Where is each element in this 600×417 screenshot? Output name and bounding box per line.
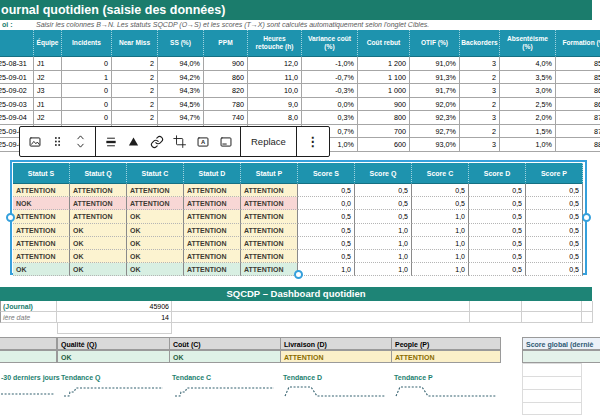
resize-handle-bottom[interactable] <box>294 270 303 279</box>
cell: ATTENTION <box>241 184 298 197</box>
cell: 2 <box>112 98 158 112</box>
sparkline-c <box>172 384 276 398</box>
cell: ATTENTION <box>184 237 241 250</box>
cell: 0,5 <box>526 250 583 263</box>
cell: 2,0% <box>500 111 556 125</box>
cell <box>0 30 34 57</box>
cell: 94,0% <box>158 57 204 71</box>
trend-label-q: Tendance Q <box>61 374 101 381</box>
score-global-header: Score global (derniè <box>522 337 600 350</box>
image-block-icon[interactable] <box>23 130 46 154</box>
table-row: ATTENTIONOKOKATTENTIONATTENTION0,51,01,0… <box>13 250 583 263</box>
cell: OTIF (%) <box>410 30 460 57</box>
cell: 2025-09-04 <box>0 111 34 125</box>
cell: 0,0 <box>298 197 355 210</box>
cell: ATTENTION <box>13 210 70 223</box>
cell: Score C <box>412 163 469 184</box>
duotone-filter-icon[interactable] <box>122 130 145 154</box>
dashboard-banner: SQCDP – Dashboard quotidien <box>0 287 592 301</box>
cell: 800 <box>358 111 410 125</box>
instruction-label: oi : <box>2 20 13 30</box>
cell: ATTENTION <box>127 197 184 210</box>
cell: 600 <box>358 138 410 152</box>
cell: 0 <box>62 57 112 71</box>
cell: ATTENTION <box>13 237 70 250</box>
cell: 0,5 <box>526 237 583 250</box>
cell: 0,3% <box>302 111 358 125</box>
cell: 1,0 <box>355 237 412 250</box>
crop-icon[interactable] <box>168 130 191 154</box>
move-up-down-icon[interactable] <box>69 130 92 154</box>
cell: Statut D <box>184 163 241 184</box>
info-row-journal: (Journal) 45906 <box>0 301 593 312</box>
cell: Statut P <box>241 163 298 184</box>
cell: 3 <box>460 138 500 152</box>
cell: 1,0 <box>355 250 412 263</box>
table-row: 2025-09-03J10294,5%7809,00,0%90092,0%22,… <box>0 98 600 112</box>
journal-title-bar: ournal quotidien (saisie des données) <box>0 0 592 20</box>
table-row: 2025-09-02J30294,3%82010,0-0,3%1 00091,7… <box>0 84 600 98</box>
empty-cell <box>582 301 593 312</box>
cell: 87,0 <box>556 111 600 125</box>
instruction-row: oi : Saisir les colonnes B→N. Les statut… <box>0 20 600 30</box>
cell: 1,0 <box>355 224 412 237</box>
svg-text:A: A <box>200 139 205 145</box>
cell: Statut C <box>127 163 184 184</box>
cell: ATTENTION <box>241 224 298 237</box>
cell: 0,5 <box>412 197 469 210</box>
cell: 820 <box>204 84 248 98</box>
info-label: (Journal) <box>0 301 57 312</box>
cell: 94,7% <box>158 111 204 125</box>
status-header-d: Livraison (D) <box>281 337 392 350</box>
cell: OK <box>13 263 70 276</box>
table-row: ATTENTIONOKOKATTENTIONATTENTION0,51,01,0… <box>13 224 583 237</box>
cell: OK <box>70 250 127 263</box>
cell: 1 <box>62 71 112 85</box>
cell: 0 <box>62 98 112 112</box>
cell: 1,0 <box>412 210 469 223</box>
cell: 0,5 <box>469 210 526 223</box>
empty-cell <box>172 312 470 323</box>
table-row: Statut SStatut QStatut CStatut DStatut P… <box>13 163 583 184</box>
status-header-p: People (P) <box>392 337 501 350</box>
cell: OK <box>127 263 184 276</box>
cell: Near Miss <box>112 30 158 57</box>
sqcdp-header-row: Qualité (Q) Coût (C) Livraison (D) Peopl… <box>0 337 501 350</box>
cell: 86,0 <box>556 84 600 98</box>
sparkline-journal <box>0 385 57 399</box>
drag-handle-icon[interactable] <box>46 130 69 154</box>
replace-button[interactable]: Replace <box>241 127 297 156</box>
cell: ATTENTION <box>184 224 241 237</box>
empty-cell <box>582 312 593 323</box>
text-overlay-icon[interactable]: A <box>191 130 214 154</box>
more-options-icon[interactable]: ⋮ <box>300 133 326 150</box>
align-icon[interactable] <box>99 130 122 154</box>
table-row: 2025-09-04J20294,7%7408,00,3%80092,3%32,… <box>0 111 600 125</box>
cell: ATTENTION <box>13 184 70 197</box>
cell: 1,0 <box>412 250 469 263</box>
cell: Équipe <box>34 30 62 57</box>
cell: Score S <box>298 163 355 184</box>
status-header-cut <box>0 337 57 350</box>
toolbar-group-block <box>20 127 96 156</box>
caption-box-icon[interactable] <box>214 130 237 154</box>
status-value-cut <box>0 350 57 363</box>
status-value-c: OK <box>170 350 281 363</box>
status-table-header: Statut SStatut QStatut CStatut DStatut P… <box>13 163 583 184</box>
cell: Coût rebut <box>358 30 410 57</box>
cell: 900 <box>204 57 248 71</box>
cell: OK <box>70 224 127 237</box>
status-score-table[interactable]: Statut SStatut QStatut CStatut DStatut P… <box>13 163 583 276</box>
cell: 92,3% <box>410 111 460 125</box>
cell: ATTENTION <box>127 184 184 197</box>
cell: Statut S <box>13 163 70 184</box>
cell: Backorders <box>460 30 500 57</box>
cell: ATTENTION <box>70 197 127 210</box>
cell: 85,0 <box>556 57 600 71</box>
table-row: NOKATTENTIONATTENTIONATTENTIONATTENTION0… <box>13 197 583 210</box>
resize-handle-left[interactable] <box>6 213 15 222</box>
link-icon[interactable] <box>145 130 168 154</box>
resize-handle-right[interactable] <box>582 213 591 222</box>
cell: 0,5 <box>469 237 526 250</box>
score-global-value <box>522 350 600 363</box>
